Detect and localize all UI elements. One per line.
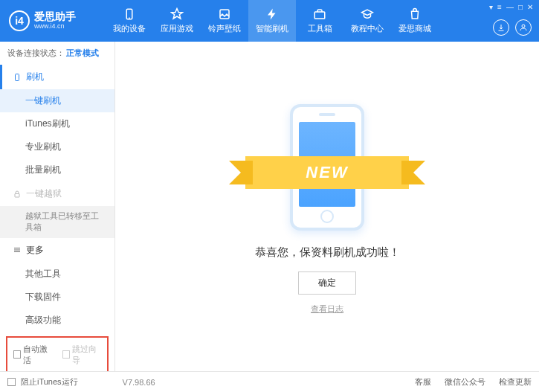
checkbox-skip-setup[interactable]: 跳过向导 [62,344,101,366]
checkbox-icon [7,378,16,386]
ok-button[interactable]: 确定 [298,271,356,295]
app-title: 爱思助手 [34,11,76,22]
view-log-link[interactable]: 查看日志 [311,303,343,315]
sidebar-item-advanced[interactable]: 高级功能 [0,309,114,332]
user-icon[interactable] [515,19,532,36]
success-message: 恭喜您，保资料刷机成功啦！ [255,245,400,260]
checkbox-block-itunes[interactable]: 阻止iTunes运行 [7,376,78,388]
maximize-icon[interactable]: □ [518,3,523,11]
status-mode: 正常模式 [66,48,99,59]
checkbox-auto-activate[interactable]: 自动激活 [13,344,52,366]
footer-link-support[interactable]: 客服 [415,376,431,388]
svg-rect-6 [16,74,19,80]
sidebar-item-other-tools[interactable]: 其他工具 [0,263,114,286]
checkbox-icon [13,350,21,359]
footer-bar: 阻止iTunes运行 V7.98.66 客服 微信公众号 检查更新 [0,371,539,392]
sidebar-item-batch-flash[interactable]: 批量刷机 [0,158,114,181]
header-user-icons [493,19,532,36]
main-content: NEW 恭喜您，保资料刷机成功啦！ 确定 查看日志 [115,42,539,371]
nav-smart-flash[interactable]: 智能刷机 [248,0,296,42]
footer-link-wechat[interactable]: 微信公众号 [445,376,485,388]
download-icon[interactable] [493,19,509,36]
svg-rect-3 [314,12,325,19]
app-url: www.i4.cn [34,23,76,30]
checkbox-icon [62,350,70,359]
connection-status: 设备连接状态： 正常模式 [0,42,114,65]
toolbox-icon [312,7,327,21]
nav-tutorials[interactable]: 教程中心 [343,0,391,42]
nav-my-device[interactable]: 我的设备 [106,0,153,42]
footer-link-update[interactable]: 检查更新 [499,376,532,388]
settings-icon[interactable]: ≡ [497,3,502,11]
sidebar: 设备连接状态： 正常模式 刷机 一键刷机 iTunes刷机 专业刷机 批量刷机 … [0,42,115,371]
options-highlight-box: 自动激活 跳过向导 [6,336,109,371]
svg-rect-7 [15,193,19,197]
minimize-icon[interactable]: — [506,3,514,11]
close-icon[interactable]: ✕ [527,3,533,11]
wallpaper-icon [217,7,232,21]
logo-area: i4 爱思助手 www.i4.cn [9,10,106,31]
sidebar-item-download-fw[interactable]: 下载固件 [0,286,114,309]
sidebar-item-itunes-flash[interactable]: iTunes刷机 [0,112,114,135]
sidebar-item-pro-flash[interactable]: 专业刷机 [0,135,114,158]
logo-icon: i4 [9,10,30,31]
sidebar-section-jailbreak: 一键越狱 [0,181,114,206]
sidebar-item-oneclick-flash[interactable]: 一键刷机 [0,89,114,112]
lock-icon [13,190,22,199]
store-icon [407,7,422,21]
jailbreak-note: 越狱工具已转移至工具箱 [0,206,114,238]
device-icon [122,7,137,21]
success-illustration: NEW [253,98,401,232]
sidebar-section-flash[interactable]: 刷机 [0,65,114,89]
new-ribbon: NEW [245,156,409,189]
top-nav: 我的设备 应用游戏 铃声壁纸 智能刷机 工具箱 教程中心 爱思商城 [106,0,439,42]
svg-rect-2 [220,10,229,19]
flash-icon [265,7,280,21]
apps-icon [170,7,184,21]
app-header: i4 爱思助手 www.i4.cn 我的设备 应用游戏 铃声壁纸 智能刷机 工具… [0,0,539,42]
window-controls: ▾ ≡ — □ ✕ [489,3,533,11]
version-label: V7.98.66 [123,378,155,387]
tutorial-icon [360,7,375,21]
more-icon [13,245,22,254]
svg-point-5 [522,25,525,28]
nav-toolbox[interactable]: 工具箱 [296,0,343,42]
phone-icon [13,73,22,82]
nav-ringtones[interactable]: 铃声壁纸 [201,0,248,42]
nav-store[interactable]: 爱思商城 [391,0,439,42]
nav-apps-games[interactable]: 应用游戏 [153,0,201,42]
menu-icon[interactable]: ▾ [489,3,493,11]
sidebar-section-more[interactable]: 更多 [0,238,114,263]
